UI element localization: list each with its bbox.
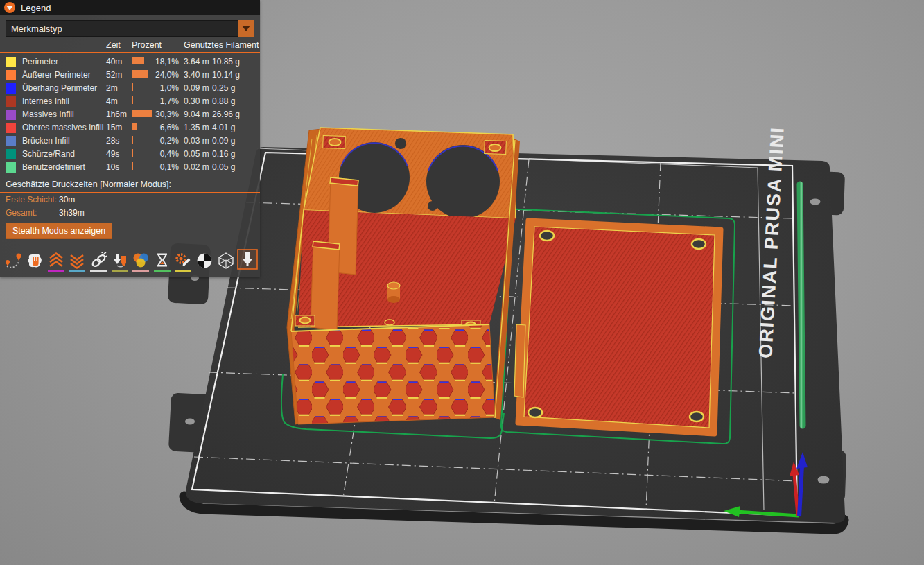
view-type-dropdown[interactable]: Merkmalstyp <box>6 20 254 37</box>
col-filament: Genutztes Filament <box>184 40 259 50</box>
deretractions-icon[interactable] <box>68 252 87 272</box>
feature-color-swatch <box>6 149 16 159</box>
feature-color-swatch <box>6 83 16 94</box>
feature-color-swatch <box>6 162 16 173</box>
legend-row: Internes Infill 4m 1,7% 0.30 m 0.88 g <box>0 95 260 108</box>
view-type-value: Merkmalstyp <box>11 24 62 34</box>
legend-table-header: Zeit Prozent Genutztes Filament <box>0 40 260 52</box>
seams-icon[interactable] <box>89 252 108 272</box>
feature-color-swatch <box>6 70 16 80</box>
center-of-mass-icon[interactable] <box>195 252 214 272</box>
color-changes-icon[interactable] <box>132 252 150 272</box>
custom-gcode-strip <box>800 184 803 426</box>
stealth-mode-button[interactable]: Stealth Modus anzeigen <box>6 223 112 239</box>
legend-row: Benutzerdefiniert 10s 0,1% 0.02 m 0.05 g <box>0 161 260 174</box>
preview-options-toolbar <box>0 245 260 277</box>
first-layer-row: Erste Schicht: 30m <box>0 193 260 206</box>
legend-row: Massives Infill 1h6m 30,3% 9.04 m 26.96 … <box>0 108 260 121</box>
selected-tool-icon[interactable] <box>238 249 257 272</box>
legend-titlebar[interactable]: Legend <box>0 0 260 15</box>
total-time-row: Gesamt: 3h39m <box>0 206 260 219</box>
feature-color-swatch <box>6 123 16 133</box>
dropdown-arrow-icon[interactable] <box>238 20 254 37</box>
legend-row: Überhang Perimeter 2m 1,0% 0.09 m 0.25 g <box>0 82 260 95</box>
model-enclosure-box[interactable] <box>287 128 520 424</box>
feature-color-swatch <box>6 136 16 146</box>
legend-row: Oberes massives Infill 15m 6,6% 1.35 m 4… <box>0 121 260 134</box>
retractions-icon[interactable] <box>46 252 65 272</box>
legend-row: Schürze/Rand 49s 0,4% 0.05 m 0.16 g <box>0 148 260 161</box>
feature-color-swatch <box>6 57 16 67</box>
estimates-heading: Geschätzte Druckzeiten [Normaler Modus]: <box>0 175 260 192</box>
legend-row: Brücken Infill 28s 0,2% 0.03 m 0.09 g <box>0 134 260 148</box>
legend-row: Perimeter 40m 18,1% 3.64 m 10.85 g <box>0 55 260 69</box>
feature-color-swatch <box>6 110 16 120</box>
collapse-arrow-icon[interactable] <box>4 2 15 13</box>
feature-color-swatch <box>6 96 16 107</box>
model-lid-plate[interactable] <box>514 220 721 434</box>
legend-rows: Perimeter 40m 18,1% 3.64 m 10.85 g Äußer… <box>0 53 260 175</box>
legend-title: Legend <box>21 3 51 13</box>
shells-icon[interactable] <box>216 252 235 272</box>
custom-gcodes-icon[interactable] <box>174 252 193 272</box>
col-percent: Prozent <box>132 40 162 50</box>
col-time: Zeit <box>106 40 121 50</box>
wipe-moves-icon[interactable] <box>26 252 44 272</box>
legend-panel: Legend Merkmalstyp Zeit Prozent Genutzte… <box>0 0 260 277</box>
legend-row: Äußerer Perimeter 52m 24,0% 3.40 m 10.14… <box>0 69 260 82</box>
travel-moves-icon[interactable] <box>4 252 23 272</box>
tool-changes-icon[interactable] <box>110 252 129 272</box>
pause-prints-icon[interactable] <box>152 252 171 272</box>
